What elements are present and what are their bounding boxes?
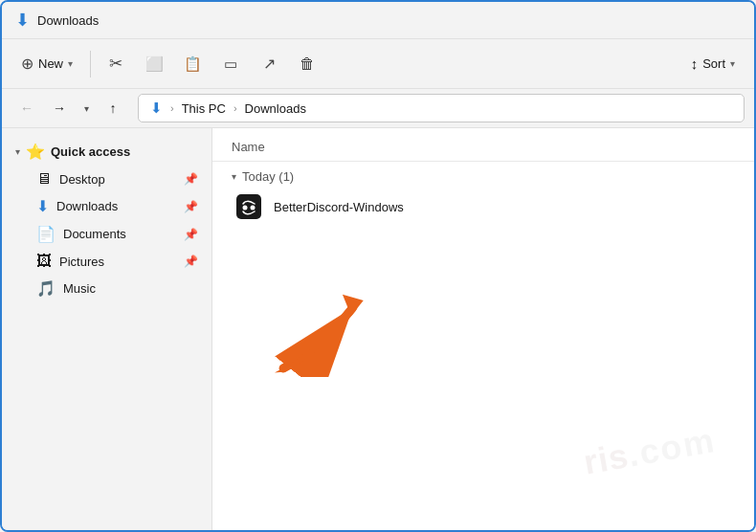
downloads-pin-icon: 📌 [184,200,198,213]
documents-icon: 📄 [36,225,56,243]
sidebar-pictures-label: Pictures [59,255,176,269]
delete-button[interactable]: 🗑 [290,47,324,81]
today-group[interactable]: ▾ Today (1) [212,162,754,188]
quick-access-section: ▾ ⭐ Quick access 🖥 Desktop 📌 ⬇ Downloads… [2,136,211,304]
sidebar-item-music[interactable]: 🎵 Music [6,275,208,302]
sidebar: ▾ ⭐ Quick access 🖥 Desktop 📌 ⬇ Downloads… [2,128,212,530]
title-icon: ⬇ [15,10,30,31]
svg-marker-4 [343,295,364,317]
delete-icon: 🗑 [300,55,315,73]
cut-icon: ✂ [109,54,122,74]
window-title: Downloads [37,13,99,28]
downloads-icon: ⬇ [36,197,49,215]
today-group-chevron: ▾ [232,171,236,182]
paste-button[interactable]: 📋 [175,47,210,81]
paste-icon: 📋 [184,55,202,73]
sort-label: Sort [702,56,725,71]
explorer-window: ⬇ Downloads ⊕ New ▾ ✂ ⬜ 📋 ▭ ↗ 🗑 ↕ [0,0,756,532]
address-sep-1: › [170,102,174,114]
new-button[interactable]: ⊕ New ▾ [11,49,82,78]
column-name-header: Name [232,140,265,154]
up-button[interactable]: ↑ [98,93,128,123]
today-group-label: Today (1) [242,169,294,184]
svg-point-1 [243,206,248,211]
recent-locations-dropdown[interactable]: ▾ [77,93,96,123]
sidebar-documents-label: Documents [63,227,176,241]
sidebar-desktop-label: Desktop [59,172,176,187]
sidebar-downloads-label: Downloads [56,199,176,213]
address-downloads: Downloads [245,101,306,116]
sidebar-item-downloads[interactable]: ⬇ Downloads 📌 [6,192,208,220]
documents-pin-icon: 📌 [184,228,198,241]
up-arrow-icon: ↑ [110,100,117,116]
copy-icon: ⬜ [145,55,164,73]
music-icon: 🎵 [36,279,56,298]
sort-arrows-icon: ↕ [691,55,699,72]
sidebar-item-documents[interactable]: 📄 Documents 📌 [6,220,208,248]
toolbar-separator-1 [90,51,91,78]
forward-arrow-icon: → [53,100,66,116]
file-item-betterdiscord[interactable]: BetterDiscord-Windows [216,188,750,226]
back-arrow-icon: ← [20,100,33,116]
svg-point-2 [251,206,256,211]
new-plus-icon: ⊕ [21,55,33,73]
new-label: New [38,56,63,71]
svg-rect-0 [236,194,261,219]
main-area: ▾ ⭐ Quick access 🖥 Desktop 📌 ⬇ Downloads… [2,128,754,530]
share-icon: ↗ [263,55,276,73]
cut-button[interactable]: ✂ [99,47,133,81]
rename-button[interactable]: ▭ [213,47,248,81]
address-sep-2: › [233,102,237,114]
share-button[interactable]: ↗ [252,47,286,81]
quick-access-label: Quick access [51,144,130,159]
quick-access-star-icon: ⭐ [26,143,45,161]
address-downloads-icon: ⬇ [150,100,163,117]
toolbar: ⊕ New ▾ ✂ ⬜ 📋 ▭ ↗ 🗑 ↕ Sort ▾ [2,39,754,89]
betterdiscord-icon [235,193,262,220]
watermark: ris.com [580,415,719,483]
address-bar[interactable]: ⬇ › This PC › Downloads [138,94,745,122]
new-chevron: ▾ [68,58,73,69]
sort-chevron: ▾ [730,58,735,69]
file-pane-header: Name [212,128,754,162]
title-bar: ⬇ Downloads [2,2,754,39]
copy-button[interactable]: ⬜ [137,47,171,81]
sort-button[interactable]: ↕ Sort ▾ [681,50,745,78]
betterdiscord-name: BetterDiscord-Windows [274,200,404,214]
desktop-icon: 🖥 [36,170,52,188]
file-pane: Name ▾ Today (1) BetterDiscord [212,128,754,530]
pictures-icon: 🖼 [36,253,52,270]
desktop-pin-icon: 📌 [184,172,198,186]
pictures-pin-icon: 📌 [184,255,198,268]
address-this-pc: This PC [182,101,226,116]
quick-access-header[interactable]: ▾ ⭐ Quick access [6,138,208,166]
sidebar-item-desktop[interactable]: 🖥 Desktop 📌 [6,166,208,192]
quick-access-chevron: ▾ [15,146,20,157]
sidebar-music-label: Music [63,281,198,296]
sidebar-item-pictures[interactable]: 🖼 Pictures 📌 [6,248,208,275]
back-button[interactable]: ← [11,93,42,123]
forward-button[interactable]: → [44,93,75,123]
navigation-row: ← → ▾ ↑ ⬇ › This PC › Downloads [2,89,754,128]
rename-icon: ▭ [224,55,237,73]
